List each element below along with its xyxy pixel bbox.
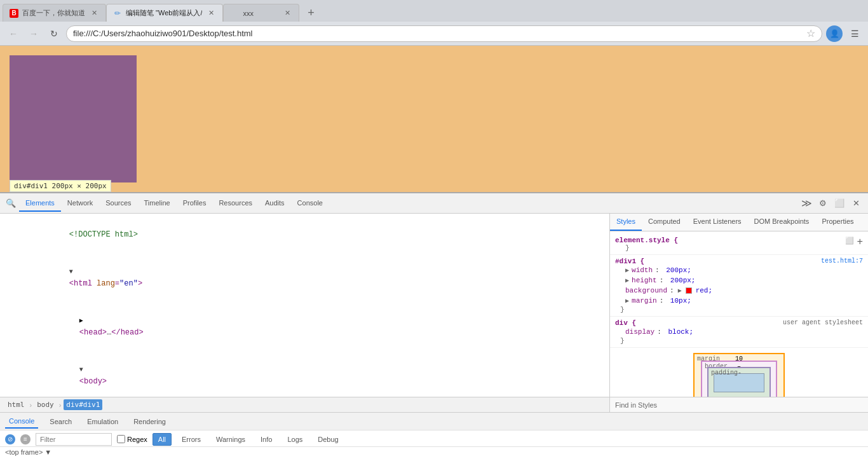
devtools-close-icon[interactable]: ✕: [849, 196, 863, 210]
styles-tab-properties[interactable]: Properties: [815, 214, 860, 231]
style-property-display: display: block;: [615, 327, 863, 337]
style-property-width: ▶ width: 200px;: [615, 265, 863, 275]
url-text: file:///C:/Users/zhaohuiziwo901/Desktop/…: [73, 29, 804, 38]
tab-label-editor: 编辑随笔 "Web前端从入/: [126, 8, 202, 18]
devtools-dock-icon[interactable]: ⬜: [832, 196, 846, 210]
tab-console[interactable]: Console: [291, 195, 329, 212]
style-source-div1[interactable]: test.html:7: [821, 258, 863, 265]
console-filter-icon: ≡: [20, 434, 31, 444]
find-in-styles-bar: Find in Styles: [610, 397, 868, 412]
warnings-button[interactable]: Warnings: [211, 434, 250, 444]
element-tooltip: div#div1 200px × 200px: [10, 180, 111, 192]
url-bar[interactable]: file:///C:/Users/zhaohuiziwo901/Desktop/…: [66, 25, 822, 42]
style-selector-div1: #div1 {: [615, 258, 644, 265]
console-footer-tab-emulation[interactable]: Emulation: [83, 415, 122, 428]
console-filter-input[interactable]: [36, 433, 112, 446]
new-tab-button[interactable]: +: [302, 4, 320, 22]
tab-audits[interactable]: Audits: [259, 195, 291, 212]
console-frame-selector[interactable]: <top frame> ▼: [5, 448, 51, 456]
console-footer-tab-rendering[interactable]: Rendering: [130, 415, 170, 428]
html-html-line: ▼ <html lang="en">: [0, 253, 609, 302]
devtools-panel: 🔍 Elements Network Sources Timeline Prof…: [0, 192, 868, 468]
forward-button[interactable]: →: [25, 25, 42, 42]
webpage-preview: div#div1 200px × 200px: [0, 46, 868, 192]
styles-tab-computed[interactable]: Computed: [642, 214, 687, 231]
tab-bar: B 百度一下，你就知道 ✕ ✏ 编辑随笔 "Web前端从入/ ✕ xxx ✕ +: [0, 0, 868, 22]
tab-profiles[interactable]: Profiles: [177, 195, 213, 212]
styles-tab-styles[interactable]: Styles: [610, 214, 642, 231]
styles-tab-event-listeners[interactable]: Event Listeners: [687, 214, 748, 231]
regex-checkbox[interactable]: [117, 435, 125, 443]
errors-button[interactable]: Errors: [177, 434, 206, 444]
tab-editor[interactable]: ✏ 编辑随笔 "Web前端从入/ ✕: [106, 4, 223, 22]
styles-panel: Styles Computed Event Listeners DOM Brea…: [610, 214, 868, 412]
devtools-actions: ≫ ⚙ ⬜ ✕: [799, 196, 863, 210]
console-footer-tab-search[interactable]: Search: [46, 415, 76, 428]
html-body-line: ▼ <body>: [0, 351, 609, 397]
styles-tab-dom-breakpoints[interactable]: DOM Breakpoints: [748, 214, 816, 231]
reload-button[interactable]: ↻: [46, 25, 62, 42]
style-rule-div1: #div1 { test.html:7 ▶ width: 200px; ▶ he…: [610, 255, 868, 317]
style-source-div: user agent stylesheet: [783, 319, 863, 327]
logs-button[interactable]: Logs: [282, 434, 308, 444]
bookmark-star-icon[interactable]: ☆: [806, 27, 815, 39]
person-icon[interactable]: 👤: [826, 25, 843, 42]
menu-icon[interactable]: ☰: [846, 25, 863, 42]
regex-label: Regex: [127, 436, 147, 443]
tab-close-xxx[interactable]: ✕: [282, 8, 292, 18]
tab-close-editor[interactable]: ✕: [206, 8, 216, 18]
style-property-margin: ▶ margin: 10px;: [615, 296, 863, 306]
tab-elements[interactable]: Elements: [19, 195, 61, 212]
devtools-settings-icon[interactable]: ⚙: [816, 196, 830, 210]
style-selector-element: element.style {: [615, 237, 678, 244]
padding-label: padding-: [711, 369, 742, 376]
info-button[interactable]: Info: [255, 434, 277, 444]
devtools-tab-bar: 🔍 Elements Network Sources Timeline Prof…: [0, 193, 868, 214]
address-bar: ← → ↻ file:///C:/Users/zhaohuiziwo901/De…: [0, 22, 868, 46]
tab-network[interactable]: Network: [61, 195, 99, 212]
console-footer-tabs: Console Search Emulation Rendering: [0, 412, 868, 430]
styles-content: element.style { + ⬜ } #div1 { test.html:…: [610, 231, 868, 397]
expand-style-icon[interactable]: ⬜: [845, 237, 854, 245]
browser-window: B 百度一下，你就知道 ✕ ✏ 编辑随笔 "Web前端从入/ ✕ xxx ✕ +…: [0, 0, 868, 468]
div1-element: [10, 55, 137, 182]
find-in-styles-label: Find in Styles: [615, 401, 657, 409]
box-model-diagram: margin 10 border – padding-: [610, 348, 868, 397]
styles-tabs: Styles Computed Event Listeners DOM Brea…: [610, 214, 868, 231]
color-swatch-red[interactable]: [686, 287, 692, 294]
frame-label: <top frame>: [5, 448, 43, 456]
frame-dropdown-icon[interactable]: ▼: [44, 448, 51, 456]
tab-label-baidu: 百度一下，你就知道: [22, 8, 85, 18]
tab-favicon-xxx: [230, 9, 239, 18]
style-selector-div: div {: [615, 319, 636, 327]
tab-resources[interactable]: Resources: [212, 195, 259, 212]
style-property-height: ▶ height: 200px;: [615, 275, 863, 286]
debug-button[interactable]: Debug: [313, 434, 343, 444]
console-block-icon: ⊘: [5, 434, 15, 444]
console-footer-tab-console[interactable]: Console: [5, 415, 38, 429]
elements-breadcrumb: html › body › div#div1: [0, 397, 609, 412]
main-area: div#div1 200px × 200px 🔍 Elements Networ…: [0, 46, 868, 468]
all-button[interactable]: All: [153, 433, 172, 446]
tab-close-baidu[interactable]: ✕: [89, 8, 99, 18]
elements-panel: <!DOCTYPE html> ▼ <html lang="en"> ▶ <he…: [0, 214, 610, 412]
tab-baidu[interactable]: B 百度一下，你就知道 ✕: [3, 4, 106, 22]
devtools-body: <!DOCTYPE html> ▼ <html lang="en"> ▶ <he…: [0, 214, 868, 412]
tab-favicon-baidu: B: [10, 9, 18, 18]
tab-xxx[interactable]: xxx ✕: [223, 4, 299, 22]
console-input-area: ⊘ ≡ Regex All Errors Warnings Info Logs …: [0, 430, 868, 468]
add-style-button[interactable]: +: [857, 237, 863, 248]
back-button[interactable]: ←: [5, 25, 22, 42]
breadcrumb-html[interactable]: html: [5, 399, 27, 410]
style-rule-element: element.style { + ⬜ }: [610, 234, 868, 255]
tab-timeline[interactable]: Timeline: [138, 195, 177, 212]
tab-sources[interactable]: Sources: [99, 195, 137, 212]
breadcrumb-div1[interactable]: div#div1: [64, 399, 102, 410]
devtools-console-icon[interactable]: ≫: [799, 196, 813, 210]
toolbar-icons: 👤 ☰: [826, 25, 863, 42]
style-rule-div: div { user agent stylesheet display: blo…: [610, 317, 868, 348]
html-head-line: ▶ <head>…</head>: [0, 302, 609, 351]
breadcrumb-body[interactable]: body: [34, 399, 57, 410]
devtools-search-icon[interactable]: 🔍: [5, 198, 17, 209]
console-filter-bar: ⊘ ≡ Regex All Errors Warnings Info Logs …: [0, 432, 868, 447]
